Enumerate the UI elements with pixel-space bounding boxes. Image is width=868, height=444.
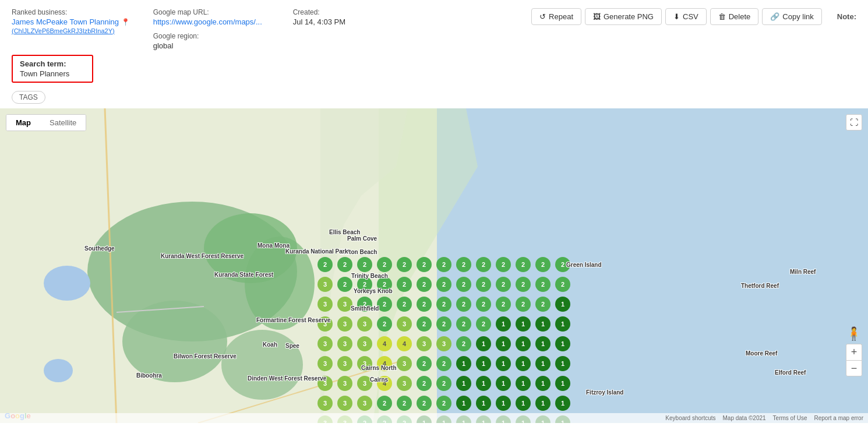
created-value: Jul 14, 4:03 PM (293, 17, 386, 26)
map-place-label: Kuranda West Forest Reserve (161, 253, 244, 259)
delete-button[interactable]: 🗑 Delete (710, 8, 759, 25)
map-place-label: Formartine Forest Reserve (256, 317, 330, 323)
terms-of-use-link[interactable]: Terms of Use (773, 415, 807, 421)
delete-label: Delete (729, 12, 751, 21)
map-place-label: Kuranda National Park (285, 248, 348, 255)
map-place-label: Fitzroy Island (586, 389, 623, 396)
search-term-label: Search term: (20, 59, 85, 68)
business-name-link[interactable]: James McPeake Town Planning (12, 17, 119, 26)
map-place-label: Koah (263, 341, 277, 348)
map-place-label: Bilwon Forest Reserve (174, 353, 237, 360)
map-footer: Keyboard shortcuts Map data ©2021 Terms … (0, 413, 868, 423)
copy-link-button[interactable]: 🔗 Copy link (762, 8, 821, 25)
zoom-in-button[interactable]: + (846, 344, 862, 360)
trash-icon: 🗑 (718, 12, 726, 21)
map-place-label: Yorkeys Knob (354, 288, 393, 294)
map-place-label: Kuranda State Forest (214, 272, 273, 278)
link-icon: 🔗 (770, 12, 779, 21)
report-map-error-link[interactable]: Report a map error (814, 415, 863, 421)
map-data-label: Map data ©2021 (723, 415, 766, 421)
search-term-value: Town Planners (20, 69, 85, 78)
map-tabs: Map Satellite (6, 114, 86, 131)
map-place-label: Cairns North (361, 365, 397, 371)
search-term-row: Search term: Town Planners (0, 50, 868, 87)
header-section: Ranked business: James McPeake Town Plan… (0, 0, 868, 50)
ranked-business-label: Ranked business: (12, 8, 130, 16)
map-place-label: Trinity Beach (351, 273, 388, 279)
google-map-url-link[interactable]: https://www.google.com/maps/... (153, 17, 262, 26)
google-map-url-label: Google map URL: (153, 8, 270, 16)
business-id-link[interactable]: (ChIJLZVeP6BmeGkRJ3IzbRIna2Y) (12, 27, 115, 34)
map-place-label: Mona Mona (257, 242, 290, 249)
map-place-label: Biboohra (136, 372, 162, 379)
note-label: Note: (837, 12, 856, 21)
map-place-label: Elford Reef (775, 369, 806, 376)
note-block: Note: (837, 12, 856, 21)
map-tab-map[interactable]: Map (6, 115, 40, 131)
google-region-value: global (153, 41, 270, 50)
map-place-label: Cairns (370, 376, 388, 383)
zoom-out-button[interactable]: − (846, 360, 862, 376)
map-container: Map Satellite ⛶ Ellis BeachPalm CoveClif… (0, 108, 868, 423)
map-place-label: Dinden West Forest Reserve (248, 375, 326, 382)
map-place-label: Palm Cove (347, 235, 377, 242)
google-map-url-block: Google map URL: https://www.google.com/m… (153, 8, 270, 50)
map-tab-satellite[interactable]: Satellite (40, 115, 86, 131)
ranked-business-block: Ranked business: James McPeake Town Plan… (12, 8, 130, 35)
map-place-label: Ellis Beach (329, 229, 360, 235)
tags-row: TAGS (0, 87, 868, 108)
map-place-label: Green Island (566, 262, 602, 268)
created-label: Created: (293, 8, 386, 16)
tags-button[interactable]: TAGS (12, 91, 45, 104)
map-place-label: Thetford Reef (741, 283, 779, 289)
google-region-label: Google region: (153, 32, 270, 40)
generate-png-button[interactable]: 🖼 Generate PNG (585, 8, 662, 25)
map-place-label: Smithfield (351, 305, 379, 312)
csv-label: CSV (683, 12, 698, 21)
map-place-label: Southedge (84, 245, 115, 252)
copy-link-label: Copy link (782, 12, 813, 21)
map-place-label: Spee (285, 343, 299, 349)
repeat-label: Repeat (549, 12, 573, 21)
download-icon: ⬇ (673, 12, 680, 21)
search-term-box: Search term: Town Planners (12, 55, 93, 83)
repeat-icon: ↺ (539, 12, 546, 21)
zoom-controls: + − (846, 344, 862, 376)
action-buttons: ↺ Repeat 🖼 Generate PNG ⬇ CSV 🗑 Delete 🔗… (531, 8, 856, 25)
generate-png-label: Generate PNG (604, 12, 654, 21)
pegman-icon[interactable]: 🧍 (846, 326, 862, 341)
created-block: Created: Jul 14, 4:03 PM (293, 8, 386, 26)
keyboard-shortcuts-link[interactable]: Keyboard shortcuts (665, 415, 715, 421)
repeat-button[interactable]: ↺ Repeat (531, 8, 581, 25)
location-pin-icon: 📍 (121, 18, 130, 26)
map-place-label: Miln Reef (790, 269, 816, 275)
grid-overlay: Ellis BeachPalm CoveClifton BeachKuranda… (0, 108, 868, 423)
map-place-label: Moore Reef (746, 350, 777, 357)
image-icon: 🖼 (593, 12, 601, 21)
fullscreen-button[interactable]: ⛶ (846, 114, 862, 131)
csv-button[interactable]: ⬇ CSV (665, 8, 707, 25)
